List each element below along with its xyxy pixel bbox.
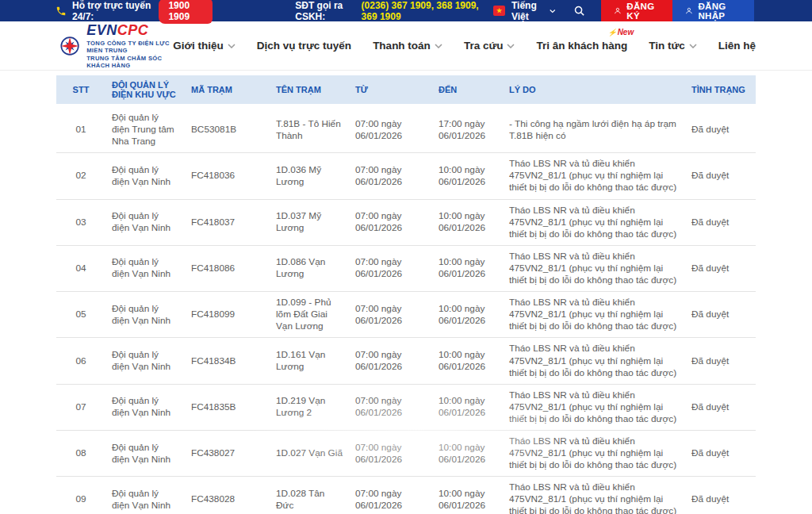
chevron-down-icon: [689, 44, 697, 48]
chevron-down-icon: [550, 9, 556, 13]
outage-table-container: STT ĐỘI QUẢN LÝ ĐIỆN KHU VỰC MÃ TRẠM TÊN…: [56, 75, 756, 514]
cell-to: 10:00 ngày 06/01/2026: [432, 246, 503, 292]
cell-team: Đội quản lý điện Vạn Ninh: [105, 385, 185, 431]
register-label: ĐĂNG KÝ: [626, 2, 659, 21]
cell-station: 1D.027 Vạn Giã: [270, 431, 349, 477]
col-to: ĐẾN: [432, 75, 503, 107]
nav-gioi-thieu[interactable]: Giới thiệu: [173, 40, 236, 52]
cell-stt: 06: [56, 338, 105, 384]
chevron-down-icon: [228, 44, 236, 48]
cell-reason: - Thi công hạ ngầm lưới điện hạ áp trạm …: [503, 107, 685, 153]
cell-to: 10:00 ngày 06/01/2026: [432, 477, 503, 514]
cell-code: FC438027: [185, 431, 270, 477]
cell-from: 07:00 ngày 06/01/2026: [349, 200, 432, 246]
cell-code: FC418099: [185, 292, 270, 338]
cell-station: 1D.161 Vạn Lương: [270, 338, 349, 384]
cell-from: 07:00 ngày 06/01/2026: [349, 246, 432, 292]
evn-star-icon: [59, 31, 80, 61]
top-utility-bar: Hỗ trợ trực tuyến 24/7: 1900 1909 SĐT gọ…: [0, 0, 812, 21]
cell-to: 10:00 ngày 06/01/2026: [432, 292, 503, 338]
cell-status: Đã duyệt: [685, 338, 756, 384]
cell-reason: Tháo LBS NR và tủ điều khiển 475VN2_81/1…: [503, 338, 685, 384]
cell-code: BC53081B: [185, 107, 270, 153]
language-label: Tiếng Việt: [511, 0, 546, 22]
outage-table: STT ĐỘI QUẢN LÝ ĐIỆN KHU VỰC MÃ TRẠM TÊN…: [56, 75, 756, 514]
cell-reason: Tháo LBS NR và tủ điều khiển 475VN2_81/1…: [503, 292, 685, 338]
cell-code: FC418036: [185, 153, 270, 199]
cell-reason: Tháo LBS NR và tủ điều khiển 475VN2_81/1…: [503, 431, 685, 477]
cell-status: Đã duyệt: [685, 107, 756, 153]
table-row: 06 Đội quản lý điện Vạn Ninh FC41834B 1D…: [56, 338, 756, 384]
chevron-down-icon: [507, 44, 515, 48]
table-row: 04 Đội quản lý điện Vạn Ninh FC418086 1D…: [56, 246, 756, 292]
cell-from: 07:00 ngày 06/01/2026: [349, 385, 432, 431]
cell-team: Đội quản lý điện Vạn Ninh: [105, 153, 185, 199]
phone-icon: [56, 6, 67, 17]
language-selector[interactable]: Tiếng Việt: [511, 0, 556, 22]
chevron-down-icon: [435, 44, 442, 48]
cell-status: Đã duyệt: [685, 385, 756, 431]
support-label: Hỗ trợ trực tuyến 24/7:: [72, 0, 151, 22]
col-station: TÊN TRẠM: [270, 75, 349, 107]
cell-team: Đội quản lý điện Vạn Ninh: [105, 477, 185, 514]
evncpc-logo[interactable]: EVNCPC TỔNG CÔNG TY ĐIỆN LỰC MIỀN TRUNG …: [59, 22, 173, 69]
cell-station: 1D.219 Vạn Lương 2: [270, 385, 349, 431]
table-row: 03 Đội quản lý điện Vạn Ninh FC418037 1D…: [56, 200, 756, 246]
table-row: 08 Đội quản lý điện Vạn Ninh FC438027 1D…: [56, 431, 756, 477]
cell-status: Đã duyệt: [685, 477, 756, 514]
table-row: 09 Đội quản lý điện Vạn Ninh FC438028 1D…: [56, 477, 756, 514]
cell-stt: 05: [56, 292, 105, 338]
cell-to: 17:00 ngày 06/01/2026: [432, 107, 503, 153]
main-nav: Giới thiệu Dịch vụ trực tuyến Thanh toán…: [173, 40, 756, 52]
cell-stt: 03: [56, 200, 105, 246]
cell-station: 1D.086 Vạn Lương: [270, 246, 349, 292]
col-team: ĐỘI QUẢN LÝ ĐIỆN KHU VỰC: [105, 75, 185, 107]
cell-team: Đội quản lý điện Trung tâm Nha Trang: [105, 107, 185, 153]
cell-code: FC41835B: [185, 385, 270, 431]
cskh-label: SĐT gọi ra CSKH:: [295, 0, 357, 22]
org-line2: TRUNG TÂM CHĂM SÓC KHÁCH HÀNG: [86, 55, 173, 69]
register-button[interactable]: ĐĂNG KÝ: [601, 0, 672, 21]
nav-tri-an-khach-hang[interactable]: Tri ân khách hàng ⚡New: [536, 40, 627, 52]
cell-station: 1D.037 Mỹ Lương: [270, 200, 349, 246]
col-from: TỪ: [349, 75, 432, 107]
cell-team: Đội quản lý điện Vạn Ninh: [105, 431, 185, 477]
brand-text: EVNCPC TỔNG CÔNG TY ĐIỆN LỰC MIỀN TRUNG …: [86, 22, 173, 69]
cell-to: 10:00 ngày 06/01/2026: [432, 338, 503, 384]
main-header: EVNCPC TỔNG CÔNG TY ĐIỆN LỰC MIỀN TRUNG …: [0, 21, 812, 71]
cell-code: FC41834B: [185, 338, 270, 384]
nav-tra-cuu[interactable]: Tra cứu: [464, 40, 515, 52]
hotline-badge: 1900 1909: [159, 0, 213, 24]
nav-lien-he[interactable]: Liên hệ: [718, 40, 756, 52]
cell-stt: 08: [56, 431, 105, 477]
table-header-row: STT ĐỘI QUẢN LÝ ĐIỆN KHU VỰC MÃ TRẠM TÊN…: [56, 75, 756, 107]
cell-team: Đội quản lý điện Vạn Ninh: [105, 200, 185, 246]
cell-station: T.81B - Tô Hiến Thành: [270, 107, 349, 153]
cell-stt: 09: [56, 477, 105, 514]
cell-from: 07:00 ngày 06/01/2026: [349, 153, 432, 199]
cell-stt: 07: [56, 385, 105, 431]
user-icon: [685, 6, 693, 16]
cell-reason: Tháo LBS NR và tủ điều khiển 475VN2_81/1…: [503, 246, 685, 292]
cell-status: Đã duyệt: [685, 153, 756, 199]
cell-status: Đã duyệt: [685, 246, 756, 292]
flash-icon: ⚡: [607, 29, 616, 36]
org-line1: TỔNG CÔNG TY ĐIỆN LỰC MIỀN TRUNG: [86, 40, 173, 54]
cell-from: 07:00 ngày 06/01/2026: [349, 338, 432, 384]
user-icon: [614, 6, 622, 16]
col-status: TÌNH TRẠNG: [685, 75, 756, 107]
cell-reason: Tháo LBS NR và tủ điều khiển 475VN2_81/1…: [503, 153, 685, 199]
nav-dich-vu-truc-tuyen[interactable]: Dịch vụ trực tuyến: [257, 40, 351, 52]
table-row: 02 Đội quản lý điện Vạn Ninh FC418036 1D…: [56, 153, 756, 199]
cell-to: 10:00 ngày 06/01/2026: [432, 431, 503, 477]
search-icon[interactable]: [573, 5, 585, 17]
nav-thanh-toan[interactable]: Thanh toán: [373, 40, 442, 52]
cell-status: Đã duyệt: [685, 292, 756, 338]
col-code: MÃ TRẠM: [185, 75, 270, 107]
col-reason: LÝ DO: [503, 75, 685, 107]
nav-tin-tuc[interactable]: Tin tức: [649, 40, 697, 52]
cell-stt: 01: [56, 107, 105, 153]
cell-from: 07:00 ngày 06/01/2026: [349, 477, 432, 514]
login-button[interactable]: ĐĂNG NHẬP: [672, 0, 754, 21]
cell-status: Đã duyệt: [685, 200, 756, 246]
